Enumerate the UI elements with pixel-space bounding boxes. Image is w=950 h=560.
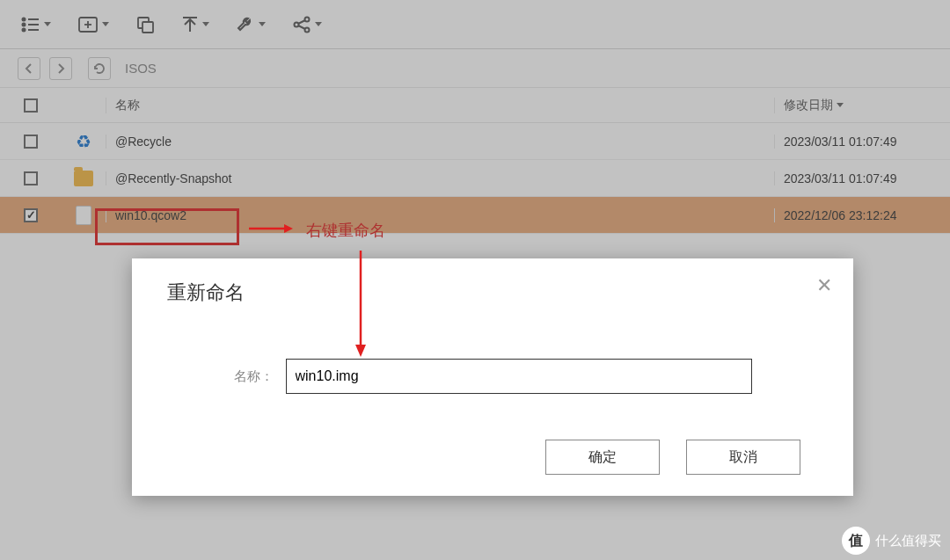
table-row[interactable]: win10.qcow2 2022/12/06 23:12:24	[0, 197, 950, 234]
file-icon	[76, 206, 91, 225]
file-name: @Recycle	[106, 135, 774, 149]
refresh-button[interactable]	[88, 57, 111, 80]
copy-button[interactable]	[132, 11, 158, 38]
watermark: 值 什么值得买	[842, 527, 941, 555]
ok-button[interactable]: 确定	[545, 440, 660, 475]
upload-button[interactable]	[178, 12, 213, 37]
column-header-date[interactable]: 修改日期	[774, 98, 950, 113]
navbar: ISOS	[0, 49, 950, 88]
caret-down-icon	[315, 22, 322, 26]
table-header: 名称 修改日期	[0, 88, 950, 123]
file-date: 2023/03/11 01:07:49	[774, 171, 950, 185]
field-label: 名称：	[234, 368, 274, 385]
watermark-badge: 值	[842, 527, 870, 555]
svg-point-0	[23, 18, 26, 20]
svg-point-2	[23, 23, 26, 25]
breadcrumb[interactable]: ISOS	[125, 61, 157, 76]
caret-down-icon	[44, 22, 51, 26]
row-checkbox[interactable]	[24, 135, 38, 149]
svg-rect-10	[142, 22, 153, 33]
caret-down-icon	[102, 22, 109, 26]
caret-down-icon	[202, 22, 209, 26]
file-date: 2023/03/11 01:07:49	[774, 135, 950, 149]
file-name: @Recently-Snapshot	[106, 171, 774, 185]
list-view-button[interactable]	[18, 13, 55, 36]
file-date: 2022/12/06 23:12:24	[774, 208, 950, 222]
table-row[interactable]: @Recently-Snapshot 2023/03/11 01:07:49	[0, 160, 950, 197]
tools-button[interactable]	[232, 11, 269, 38]
table-row[interactable]: ♻ @Recycle 2023/03/11 01:07:49	[0, 123, 950, 160]
file-name: win10.qcow2	[106, 208, 774, 222]
forward-button[interactable]	[49, 57, 72, 80]
rename-input[interactable]	[286, 359, 752, 394]
rename-dialog: 重新命名 ✕ 名称： 确定 取消	[132, 258, 853, 496]
sort-desc-icon	[837, 103, 844, 107]
column-header-name[interactable]: 名称	[106, 98, 774, 113]
folder-icon	[74, 171, 93, 186]
back-button[interactable]	[18, 57, 40, 80]
svg-line-16	[298, 20, 305, 24]
close-icon[interactable]: ✕	[816, 274, 832, 297]
svg-point-4	[23, 28, 26, 31]
caret-down-icon	[259, 22, 266, 26]
watermark-text: 什么值得买	[875, 533, 941, 549]
row-checkbox[interactable]	[24, 171, 38, 185]
toolbar	[0, 0, 950, 49]
new-folder-button[interactable]	[74, 12, 113, 37]
recycle-icon: ♻	[76, 131, 91, 152]
row-checkbox[interactable]	[24, 208, 38, 222]
svg-line-17	[298, 25, 305, 29]
dialog-title: 重新命名	[167, 280, 818, 306]
share-button[interactable]	[289, 11, 325, 38]
cancel-button[interactable]: 取消	[686, 440, 800, 475]
select-all-checkbox[interactable]	[24, 98, 38, 113]
